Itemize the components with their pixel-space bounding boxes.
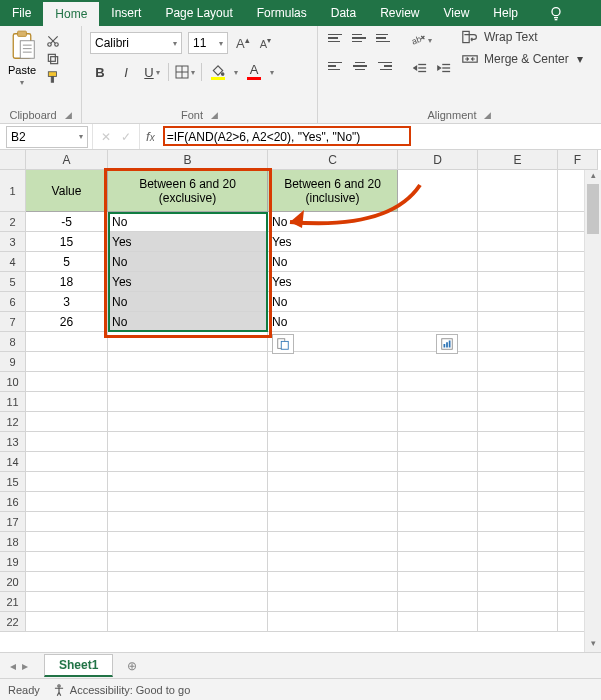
cell-D16[interactable] (398, 492, 478, 512)
cell-B10[interactable] (108, 372, 268, 392)
cell-D5[interactable] (398, 272, 478, 292)
cell-D3[interactable] (398, 232, 478, 252)
tab-file[interactable]: File (0, 0, 43, 26)
cell-D6[interactable] (398, 292, 478, 312)
cell-D22[interactable] (398, 612, 478, 632)
cell-A2[interactable]: -5 (26, 212, 108, 232)
cell-E9[interactable] (478, 352, 558, 372)
cell-E2[interactable] (478, 212, 558, 232)
col-header-F[interactable]: F (558, 150, 598, 170)
tab-formulas[interactable]: Formulas (245, 0, 319, 26)
copy-button[interactable] (44, 51, 62, 67)
cell-E4[interactable] (478, 252, 558, 272)
cell-B4[interactable]: No (108, 252, 268, 272)
col-header-C[interactable]: C (268, 150, 398, 170)
increase-font-button[interactable]: A▴ (234, 35, 252, 51)
row-header-4[interactable]: 4 (0, 252, 26, 272)
tab-insert[interactable]: Insert (99, 0, 153, 26)
merge-center-button[interactable]: Merge & Center▾ (462, 52, 583, 66)
cell-C10[interactable] (268, 372, 398, 392)
cell-B9[interactable] (108, 352, 268, 372)
cell-C19[interactable] (268, 552, 398, 572)
name-box[interactable]: B2▾ (6, 126, 88, 148)
worksheet[interactable]: ABCDEF 123456789101112131415161718192021… (0, 150, 601, 652)
cell-E15[interactable] (478, 472, 558, 492)
tell-me-icon[interactable] (536, 0, 576, 26)
cell-B12[interactable] (108, 412, 268, 432)
row-header-18[interactable]: 18 (0, 532, 26, 552)
quick-analysis-button[interactable] (436, 334, 458, 354)
cell-D12[interactable] (398, 412, 478, 432)
cell-B8[interactable] (108, 332, 268, 352)
cell-B22[interactable] (108, 612, 268, 632)
cell-D13[interactable] (398, 432, 478, 452)
cell-D18[interactable] (398, 532, 478, 552)
row-header-7[interactable]: 7 (0, 312, 26, 332)
cell-A7[interactable]: 26 (26, 312, 108, 332)
cell-B11[interactable] (108, 392, 268, 412)
cell-E22[interactable] (478, 612, 558, 632)
cell-A18[interactable] (26, 532, 108, 552)
sheet-tab-active[interactable]: Sheet1 (44, 654, 113, 677)
align-left-button[interactable] (326, 58, 346, 74)
cell-C18[interactable] (268, 532, 398, 552)
row-header-15[interactable]: 15 (0, 472, 26, 492)
cell-C5[interactable]: Yes (268, 272, 398, 292)
row-header-17[interactable]: 17 (0, 512, 26, 532)
col-header-A[interactable]: A (26, 150, 108, 170)
cell-C20[interactable] (268, 572, 398, 592)
alignment-launcher[interactable]: ◢ (484, 110, 491, 120)
cell-D20[interactable] (398, 572, 478, 592)
cell-D11[interactable] (398, 392, 478, 412)
row-header-12[interactable]: 12 (0, 412, 26, 432)
cell-A16[interactable] (26, 492, 108, 512)
row-header-21[interactable]: 21 (0, 592, 26, 612)
cell-D15[interactable] (398, 472, 478, 492)
cell-C21[interactable] (268, 592, 398, 612)
cell-E12[interactable] (478, 412, 558, 432)
borders-button[interactable]: ▾ (175, 62, 195, 82)
col-header-D[interactable]: D (398, 150, 478, 170)
cell-C15[interactable] (268, 472, 398, 492)
cell-E17[interactable] (478, 512, 558, 532)
cell-C2[interactable]: No (268, 212, 398, 232)
cell-B15[interactable] (108, 472, 268, 492)
cell-D14[interactable] (398, 452, 478, 472)
cell-A13[interactable] (26, 432, 108, 452)
cell-C7[interactable]: No (268, 312, 398, 332)
cell-B20[interactable] (108, 572, 268, 592)
accessibility-status[interactable]: Accessibility: Good to go (52, 683, 190, 697)
cell-B1[interactable]: Between 6 and 20 (exclusive) (108, 170, 268, 212)
cell-D4[interactable] (398, 252, 478, 272)
cell-B7[interactable]: No (108, 312, 268, 332)
bold-button[interactable]: B (90, 62, 110, 82)
cell-E11[interactable] (478, 392, 558, 412)
cell-A22[interactable] (26, 612, 108, 632)
cell-D21[interactable] (398, 592, 478, 612)
fill-color-button[interactable] (208, 62, 228, 82)
cell-E19[interactable] (478, 552, 558, 572)
cell-A1[interactable]: Value (26, 170, 108, 212)
row-header-8[interactable]: 8 (0, 332, 26, 352)
cell-E3[interactable] (478, 232, 558, 252)
tab-nav-prev[interactable]: ◂ (10, 659, 16, 673)
tab-home[interactable]: Home (43, 0, 99, 26)
cell-A14[interactable] (26, 452, 108, 472)
row-header-6[interactable]: 6 (0, 292, 26, 312)
vertical-scrollbar[interactable]: ▴ ▾ (584, 170, 601, 652)
cell-D2[interactable] (398, 212, 478, 232)
cut-button[interactable] (44, 33, 62, 49)
cell-A15[interactable] (26, 472, 108, 492)
cell-C22[interactable] (268, 612, 398, 632)
cell-C12[interactable] (268, 412, 398, 432)
cell-C1[interactable]: Between 6 and 20 (inclusive) (268, 170, 398, 212)
cell-D9[interactable] (398, 352, 478, 372)
paste-button[interactable]: Paste ▾ (8, 30, 36, 87)
col-header-B[interactable]: B (108, 150, 268, 170)
cell-B5[interactable]: Yes (108, 272, 268, 292)
cell-A8[interactable] (26, 332, 108, 352)
cell-B13[interactable] (108, 432, 268, 452)
row-header-5[interactable]: 5 (0, 272, 26, 292)
cell-A10[interactable] (26, 372, 108, 392)
cell-C4[interactable]: No (268, 252, 398, 272)
